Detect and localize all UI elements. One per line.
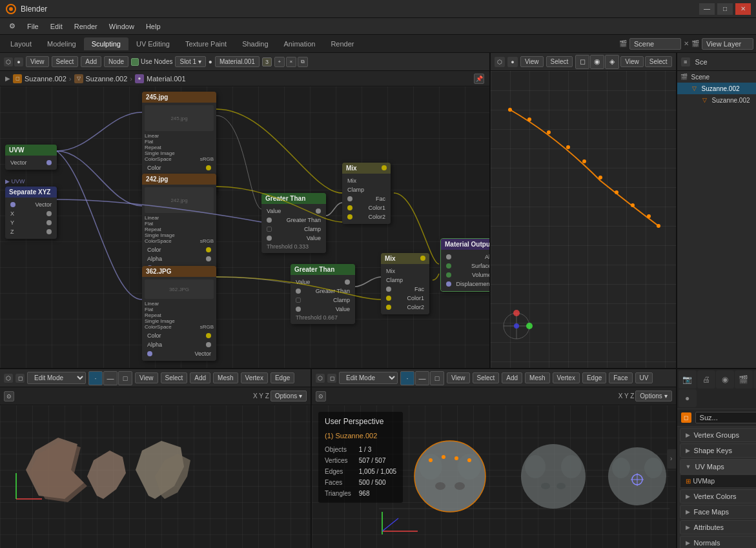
edit-left-mode-select[interactable]: Edit Mode Object Mode [27,372,86,384]
object-mode-btn[interactable]: ● [14,57,23,66]
render-solid-btn[interactable]: ◻ [575,55,589,69]
material-dropdown[interactable]: Material.001 [215,56,260,67]
props-tab-output[interactable]: 🖨 [697,370,715,389]
node-mix-1[interactable]: Mix Mix Clamp Fac [342,163,391,224]
edit-right-uv[interactable]: UV [635,372,653,383]
breadcrumb-mat[interactable]: Material.001 [147,75,186,83]
collapse-right-arrow[interactable]: › [667,449,676,469]
face-maps-header[interactable]: ▶ Face Maps [680,505,756,519]
normals-header[interactable]: ▶ Normals [680,536,756,548]
edit-canvas-left[interactable] [0,405,311,548]
edit-left-vertex[interactable]: Vertex [241,372,268,383]
use-nodes-toggle[interactable]: Use Nodes [131,58,172,66]
node-node-btn[interactable]: Node [104,56,128,67]
tab-render[interactable]: Render [323,37,362,50]
node-mix-2[interactable]: Mix Mix Clamp Fac [381,253,429,314]
edit-left-edge[interactable]: Edge [271,372,294,383]
uv-maps-header[interactable]: ▼ UV Maps + − [680,459,756,474]
breadcrumb-obj2[interactable]: Suzanne.002 [86,75,128,83]
props-tab-material[interactable]: ● [679,389,697,407]
tab-uv-editing[interactable]: UV Editing [128,37,178,50]
viewport-type-btn[interactable]: ⬡ [495,57,505,67]
props-tab-render[interactable]: 📷 [679,370,697,389]
node-img-242[interactable]: 242.jpg 242.jpg Linear Flat Repeat Singl… [142,174,216,275]
edit-left-mode-icon[interactable]: ◻ [15,374,25,383]
edit-left-select[interactable]: Select [161,372,188,383]
node-img-362[interactable]: 362.JPG 362.JPG Linear Flat Repeat Singl… [142,266,216,361]
props-tab-view[interactable]: ◉ [716,370,734,389]
node-canvas[interactable]: UVW Vector ▶ UVW [0,86,489,368]
menu-blender[interactable]: ⚙ [4,21,21,32]
edit-right-edge[interactable]: Edge [582,372,606,383]
node-sphere-btn[interactable]: ● [209,58,212,65]
proportional-edit-btn[interactable]: ⊙ [4,391,14,401]
shape-keys-header[interactable]: ▶ Shape Keys [680,443,756,458]
close-button[interactable]: ✕ [735,3,751,15]
edit-edge-mode[interactable]: — [103,371,117,385]
node-greater-than-1[interactable]: Greater Than Value Greater Than [261,193,326,253]
minimize-button[interactable]: — [699,3,715,15]
edit-right-mode-select[interactable]: Edit Mode Object Mode [339,372,398,384]
tab-texture-paint[interactable]: Texture Paint [178,37,234,50]
edit-left-view[interactable]: View [135,372,158,383]
node-separate-xyz[interactable]: Separate XYZ Vector X [5,187,57,239]
vertex-colors-header[interactable]: ▶ Vertex Colors [680,489,756,503]
node-view-btn[interactable]: View [26,56,49,67]
node-material-output[interactable]: Material Output All Surface [440,238,491,292]
slot-dropdown[interactable]: Slot 1 ▾ [175,56,205,67]
viewport-select-btn[interactable]: Select [546,56,573,67]
node-add-btn[interactable]: Add [81,56,101,67]
maximize-button[interactable]: □ [717,3,733,15]
edit-face-mode[interactable]: □ [118,371,132,385]
use-nodes-check[interactable] [131,58,139,66]
edit-right-face[interactable]: Face [609,372,632,383]
attributes-header[interactable]: ▶ Attributes [680,520,756,534]
options-right-btn[interactable]: Options ▾ [635,391,671,401]
tab-animation[interactable]: Animation [276,37,323,50]
menu-help[interactable]: Help [141,21,166,32]
edit-left-type-btn[interactable]: ⬡ [4,374,13,383]
viewlayer-input[interactable] [702,38,753,50]
edit-left-mesh[interactable]: Mesh [213,372,238,383]
edit-vert-mode[interactable]: · [88,371,103,385]
outliner-item-suzanne1[interactable]: ▽ Suzanne.002 👁 📷 [677,83,756,94]
tab-sculpting[interactable]: Sculpting [84,37,128,50]
edit-right-type-btn[interactable]: ⬡ [316,374,325,383]
edit-left-add[interactable]: Add [190,372,210,383]
add-material-btn[interactable]: + [274,57,285,67]
menu-window[interactable]: Window [104,21,139,32]
edit-right-add[interactable]: Add [502,372,522,383]
outliner-item-suzanne2[interactable]: ▽ Suzanne.002 👁 📷 [677,94,756,106]
viewport-view-btn[interactable]: View [520,56,544,67]
edit-right-mesh[interactable]: Mesh [525,372,549,383]
proportional-edit-right-btn[interactable]: ⊙ [316,391,326,401]
viewport-mode-view[interactable]: View [620,56,644,67]
edit-right-vertex[interactable]: Vertex [553,372,580,383]
node-pin-btn[interactable]: 📌 [474,74,484,84]
edit-canvas-right[interactable]: User Perspective (1) Suzanne.002 Objects… [312,405,676,548]
options-left-btn[interactable]: Options ▾ [271,391,307,401]
edit-right-mode-icon[interactable]: ◻ [327,374,336,383]
vertex-groups-header[interactable]: ▶ Vertex Groups [680,428,756,442]
menu-edit[interactable]: Edit [45,21,68,32]
edit-right-vert-mode[interactable]: · [400,371,414,385]
render-mat-btn[interactable]: ◉ [590,55,604,69]
props-tab-scene[interactable]: 🎬 [735,370,753,389]
viewport-canvas[interactable] [491,71,676,368]
outliner-type-btn[interactable]: ≡ [681,57,690,66]
menu-file[interactable]: File [22,21,44,32]
viewport-obj-btn[interactable]: ● [507,57,518,67]
props-tab-world[interactable]: 🌐 [753,370,756,389]
nav-gizmo[interactable] [500,310,533,343]
copy-material-btn[interactable]: ⧉ [298,57,308,67]
edit-right-face-mode[interactable]: □ [430,371,444,385]
node-editor-type-btn[interactable]: ⬡ [4,57,13,66]
obj-name-field[interactable] [695,412,756,423]
menu-render[interactable]: Render [69,21,103,32]
edit-right-edge-mode[interactable]: — [415,371,429,385]
remove-material-btn[interactable]: × [286,57,296,67]
tab-shading[interactable]: Shading [234,37,276,50]
viewport-mode-select[interactable]: Select [645,56,672,67]
edit-right-view[interactable]: View [447,372,470,383]
tab-layout[interactable]: Layout [3,37,39,50]
